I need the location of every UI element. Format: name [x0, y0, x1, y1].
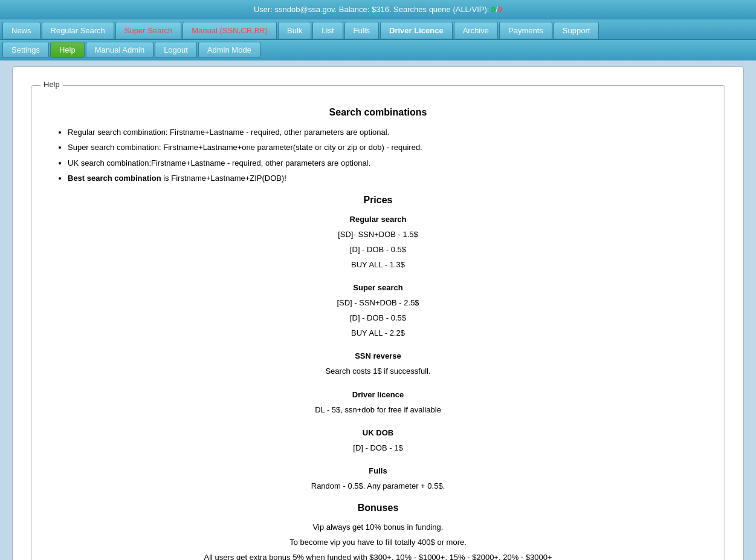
nav-news[interactable]: News: [2, 22, 40, 39]
fulls-line: Random - 0.5$. Any parameter + 0.5$.: [50, 480, 706, 493]
fulls-block: Fulls Random - 0.5$. Any parameter + 0.5…: [50, 464, 706, 493]
nav-archive[interactable]: Archive: [454, 22, 498, 39]
driver-licence-line: DL - 5$, ssn+dob for free if avaliable: [50, 403, 706, 417]
search-combinations-title: Search combinations: [50, 107, 706, 118]
nav-regular-search[interactable]: Regular Search: [42, 22, 114, 39]
regular-search-block: Regular search [SD]- SSN+DOB - 1.5$ [D] …: [50, 213, 706, 272]
nav-bulk[interactable]: Bulk: [278, 22, 311, 39]
bonus-line-2: All users get extra bonus 5% when funded…: [50, 551, 706, 560]
uk-dob-label: UK DOB: [50, 426, 706, 440]
nav-support[interactable]: Support: [554, 22, 599, 39]
help-section: Search combinations Regular search combi…: [50, 107, 706, 560]
nav-payments[interactable]: Payments: [499, 22, 552, 39]
help-legend: Help Search combinations Regular search …: [31, 85, 725, 560]
ssn-reverse-label: SSN reverse: [50, 350, 706, 363]
sub-logout[interactable]: Logout: [155, 42, 197, 58]
nav-driver-licence[interactable]: Driver Licence: [380, 22, 453, 39]
super-search-block: Super search [SD] - SSN+DOB - 2.5$ [D] -…: [50, 281, 706, 340]
main-content: Help Search combinations Regular search …: [12, 67, 744, 560]
topbar-text: User: ssndob@ssa.gov. Balance: $316. Sea…: [254, 5, 491, 14]
nav-list[interactable]: List: [312, 22, 343, 39]
prices-title: Prices: [50, 195, 706, 206]
sub-manual-admin[interactable]: Manual Admin: [86, 42, 153, 58]
uk-dob-block: UK DOB [D] - DOB - 1$: [50, 426, 706, 455]
super-search-label: Super search: [50, 281, 706, 295]
help-legend-title: Help: [40, 80, 63, 89]
sub-settings[interactable]: Settings: [2, 42, 49, 58]
bonus-line-0: Vip always get 10% bonus in funding.: [50, 521, 706, 534]
best-combo-suffix: is Firstname+Lastname+ZIP(DOB)!: [161, 174, 286, 183]
uk-dob-line: [D] - DOB - 1$: [50, 441, 706, 455]
nav-manual[interactable]: Manual (SSN,CR,BR): [183, 22, 277, 39]
nav-fulls[interactable]: Fulls: [344, 22, 379, 39]
combination-item-1: Super search combination: Firstname+Last…: [68, 140, 706, 154]
super-line-0: [SD] - SSN+DOB - 2.5$: [50, 296, 706, 310]
best-combo-item: Best search combination is Firstname+Las…: [68, 171, 706, 185]
ssn-reverse-line: Search costs 1$ if successfull.: [50, 365, 706, 378]
top-bar: User: ssndob@ssa.gov. Balance: $316. Sea…: [0, 0, 756, 19]
sub-help[interactable]: Help: [50, 42, 85, 58]
bonus-list: Vip always get 10% bonus in funding. To …: [50, 521, 706, 560]
super-line-1: [D] - DOB - 0.5$: [50, 311, 706, 325]
ssn-reverse-block: SSN reverse Search costs 1$ if successfu…: [50, 350, 706, 378]
nav-super-search[interactable]: Super Search: [115, 22, 182, 39]
sub-admin-mode[interactable]: Admin Mode: [198, 42, 260, 58]
driver-licence-block: Driver licence DL - 5$, ssn+dob for free…: [50, 388, 706, 417]
sub-nav: Settings Help Manual Admin Logout Admin …: [0, 40, 756, 60]
regular-line-2: BUY ALL - 1.3$: [50, 258, 706, 272]
combination-list: Regular search combination: Firstname+La…: [50, 125, 706, 186]
bonuses-title: Bonuses: [50, 503, 706, 513]
driver-licence-label: Driver licence: [50, 388, 706, 402]
super-line-2: BUY ALL - 2.2$: [50, 327, 706, 340]
nav-bar: News Regular Search Super Search Manual …: [0, 19, 756, 40]
fulls-label: Fulls: [50, 464, 706, 478]
combination-item-0: Regular search combination: Firstname+La…: [68, 125, 706, 139]
bonus-line-1: To become vip you have to fill totally 4…: [50, 536, 706, 549]
regular-line-0: [SD]- SSN+DOB - 1.5$: [50, 228, 706, 241]
regular-search-label: Regular search: [50, 213, 706, 226]
regular-line-1: [D] - DOB - 0.5$: [50, 243, 706, 256]
best-combo-prefix: Best search combination: [68, 174, 161, 183]
vip-count: 0: [498, 5, 502, 14]
combination-item-2: UK search combination:Firstname+Lastname…: [68, 156, 706, 170]
